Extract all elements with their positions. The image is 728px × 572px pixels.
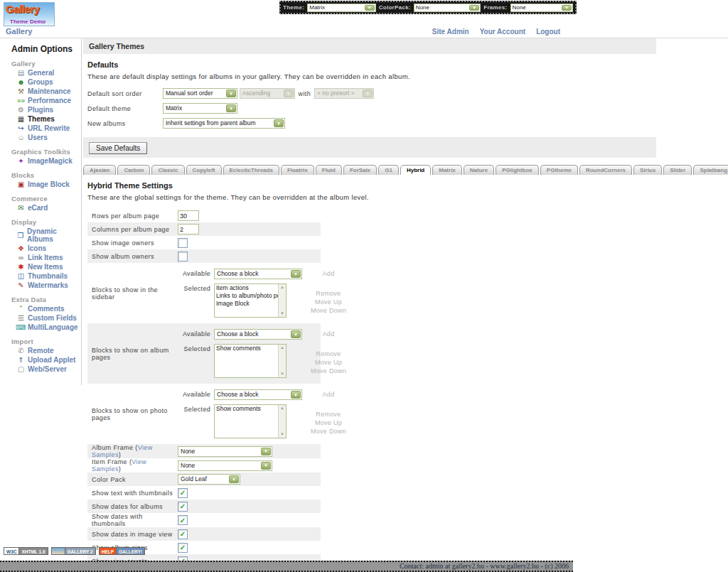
tab-carbon[interactable]: Carbon — [117, 165, 150, 175]
default-sort-order-select[interactable]: Manual sort order ▼ — [163, 88, 237, 99]
theme-select[interactable]: Matrix ▼ — [307, 4, 375, 12]
columns-per-album-page-input[interactable] — [178, 224, 199, 234]
scroll-up-icon[interactable]: ▲ — [280, 405, 284, 411]
view-samples-link[interactable]: View Samples — [92, 458, 146, 473]
tab-g1[interactable]: G1 — [378, 165, 399, 175]
show-image-owners-checkbox[interactable] — [178, 238, 188, 248]
remove-button[interactable]: Remove — [316, 411, 341, 418]
rows-per-album-page-input[interactable] — [178, 210, 199, 221]
new-albums-select[interactable]: Inherit settings from parent album ▼ — [163, 118, 285, 129]
tab-roundcorners[interactable]: RoundCorners — [579, 165, 632, 175]
tab-floatrix[interactable]: Floatrix — [281, 165, 314, 175]
color-pack-select[interactable]: Gold Leaf▼ — [178, 474, 240, 485]
sidebar-item-plugins[interactable]: ⚙Plugins — [4, 105, 81, 114]
move-down-button[interactable]: Move Down — [311, 367, 346, 374]
listbox-item[interactable]: Show comments — [215, 405, 277, 413]
remove-button[interactable]: Remove — [316, 290, 341, 297]
listbox-item[interactable]: Image Block — [215, 300, 277, 308]
show-dates-for-albums-checkbox[interactable]: ✓ — [178, 502, 188, 512]
scroll-up-icon[interactable]: ▲ — [280, 345, 284, 351]
move-up-button[interactable]: Move Up — [315, 359, 342, 366]
selected-blocks-listbox[interactable]: Show comments▲▼ — [214, 344, 287, 378]
sidebar-item-dynamic-albums[interactable]: ❒Dynamic Albums — [4, 227, 81, 244]
listbox-scrollbar[interactable]: ▲▼ — [278, 345, 286, 377]
sidebar-item-upload-applet[interactable]: ⇑Upload Applet — [4, 355, 81, 365]
show-dates-with-thumbnails-checkbox[interactable]: ✓ — [178, 515, 188, 525]
sidebar-item-image-block[interactable]: ▣Image Block — [4, 180, 81, 189]
show-dates-in-image-view-checkbox[interactable]: ✓ — [178, 529, 188, 539]
logout-link[interactable]: Logout — [536, 28, 560, 36]
show-album-owners-checkbox[interactable] — [178, 252, 188, 261]
tab-matrix[interactable]: Matrix — [432, 165, 462, 175]
add-block-button[interactable]: Add — [306, 389, 351, 398]
sidebar-item-imagemagick[interactable]: ✦ImageMagick — [4, 156, 81, 166]
colorpack-select[interactable]: None ▼ — [414, 4, 481, 12]
selected-blocks-listbox[interactable]: Show comments▲▼ — [214, 404, 287, 438]
tab-fluid[interactable]: Fluid — [316, 165, 342, 175]
tab-ajaxian[interactable]: Ajaxian — [83, 165, 116, 175]
gallery2-badge[interactable]: GALLERY 2 — [51, 547, 96, 555]
item-frame-select[interactable]: None▼ — [178, 460, 272, 471]
scroll-up-icon[interactable]: ▲ — [280, 284, 284, 291]
tab-pglightbox[interactable]: PGlightbox — [496, 165, 539, 175]
sidebar-item-new-items[interactable]: ✱New Items — [4, 262, 81, 271]
show-album-sizes-checkbox[interactable]: ✓ — [178, 543, 188, 553]
sidebar-item-general[interactable]: ▤General — [4, 68, 81, 77]
tab-eclecticthreads[interactable]: EclecticThreads — [223, 165, 279, 175]
move-up-button[interactable]: Move Up — [315, 298, 342, 306]
tab-nature[interactable]: Nature — [464, 165, 494, 175]
scroll-down-icon[interactable]: ▼ — [280, 311, 284, 317]
site-admin-link[interactable]: Site Admin — [432, 28, 469, 36]
tab-pgtheme[interactable]: PGtheme — [540, 165, 578, 175]
frames-select[interactable]: None ▼ — [510, 4, 574, 12]
sidebar-item-url-rewrite[interactable]: ↪URL Rewrite — [4, 124, 81, 133]
tab-copyleft[interactable]: Copyleft — [186, 165, 222, 175]
sidebar-item-maintenance[interactable]: ⚒Maintenance — [4, 87, 81, 96]
album-frame-select[interactable]: None▼ — [178, 446, 272, 457]
breadcrumb-gallery-link[interactable]: Gallery — [6, 27, 32, 36]
default-theme-select[interactable]: Matrix ▼ — [163, 103, 237, 114]
sidebar-item-link-items[interactable]: ∞Link Items — [4, 253, 81, 262]
sidebar-item-themes[interactable]: ▦Themes — [4, 114, 81, 124]
listbox-scrollbar[interactable]: ▲▼ — [278, 284, 286, 317]
sidebar-item-comments[interactable]: “Comments — [4, 304, 81, 313]
tab-forsale[interactable]: ForSale — [343, 165, 377, 175]
show-text-with-thumbnails-checkbox[interactable]: ✓ — [178, 488, 188, 498]
sidebar-item-groups[interactable]: ☻Groups — [4, 77, 81, 87]
available-blocks-select[interactable]: Choose a block▼ — [214, 329, 302, 340]
move-up-button[interactable]: Move Up — [315, 419, 342, 426]
add-block-button[interactable]: Add — [306, 269, 351, 277]
tab-classic[interactable]: Classic — [151, 165, 184, 175]
listbox-item[interactable]: Links to album/photo peers — [215, 292, 277, 300]
selected-blocks-listbox[interactable]: Item actionsLinks to album/photo peersIm… — [214, 284, 287, 318]
w3c-xhtml-badge[interactable]: W3CXHTML 1.0 — [4, 547, 48, 555]
listbox-item[interactable]: Item actions — [215, 284, 277, 292]
view-samples-link[interactable]: View Samples — [92, 444, 153, 458]
tab-hybrid[interactable]: Hybrid — [400, 165, 431, 175]
sidebar-item-remote[interactable]: ✆Remote — [4, 346, 81, 355]
tab-sirius[interactable]: Sirius — [633, 165, 662, 175]
sidebar-item-ecard[interactable]: ✉eCard — [4, 203, 81, 212]
help-gallery-badge[interactable]: HELPGALLERY! — [99, 547, 145, 555]
move-down-button[interactable]: Move Down — [311, 428, 346, 435]
sidebar-item-web-server[interactable]: ▢Web/Server — [4, 365, 81, 374]
scroll-down-icon[interactable]: ▼ — [280, 371, 284, 377]
scroll-down-icon[interactable]: ▼ — [280, 431, 284, 438]
available-blocks-select[interactable]: Choose a block▼ — [214, 389, 302, 400]
save-defaults-button[interactable]: Save Defaults — [89, 142, 147, 154]
sidebar-item-performance[interactable]: »»Performance — [4, 96, 81, 105]
your-account-link[interactable]: Your Account — [480, 28, 525, 36]
sidebar-item-watermarks[interactable]: ✎Watermarks — [4, 281, 81, 290]
sidebar-item-users[interactable]: ☺Users — [4, 133, 81, 142]
sidebar-item-custom-fields[interactable]: ☰Custom Fields — [4, 313, 81, 323]
available-blocks-select[interactable]: Choose a block▼ — [214, 269, 302, 279]
add-block-button[interactable]: Add — [306, 329, 351, 338]
tab-slider[interactable]: Slider — [663, 165, 692, 175]
listbox-scrollbar[interactable]: ▲▼ — [278, 405, 286, 438]
remove-button[interactable]: Remove — [316, 350, 341, 357]
sidebar-item-multilanguage[interactable]: ⌨MultiLanguage — [4, 323, 81, 332]
sidebar-item-icons[interactable]: ❖Icons — [4, 244, 81, 253]
tab-splatbang[interactable]: Splatbang — [693, 165, 728, 175]
listbox-item[interactable]: Show comments — [215, 345, 277, 352]
sidebar-item-thumbnails[interactable]: ◫Thumbnails — [4, 271, 81, 281]
